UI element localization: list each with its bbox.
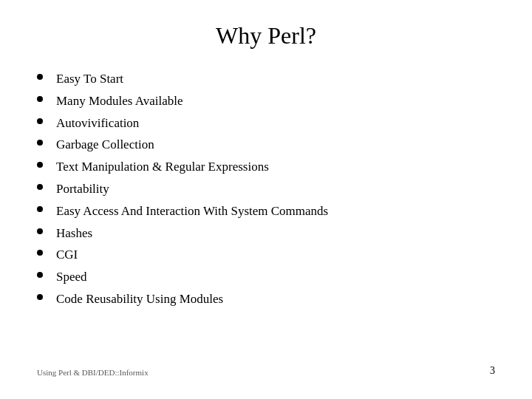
list-item: Garbage Collection: [37, 136, 495, 154]
page-number: 3: [490, 365, 495, 377]
list-item-text: Garbage Collection: [56, 136, 154, 154]
bullet-list: Easy To StartMany Modules AvailableAutov…: [37, 70, 495, 313]
list-item-text: Code Reusability Using Modules: [56, 290, 223, 308]
list-item: Text Manipulation & Regular Expressions: [37, 158, 495, 176]
list-item: Many Modules Available: [37, 92, 495, 110]
bullet-dot-icon: [37, 162, 43, 168]
list-item-text: Easy To Start: [56, 70, 123, 88]
bullet-dot-icon: [37, 74, 43, 80]
page-title: Why Perl?: [37, 22, 495, 50]
list-item-text: Hashes: [56, 225, 92, 242]
list-item-text: Autovivification: [56, 115, 139, 132]
list-item-text: CGI: [56, 246, 78, 264]
footer: Using Perl & DBI/DED::Informix 3: [37, 358, 495, 377]
list-item: Easy To Start: [37, 70, 495, 88]
bullet-dot-icon: [37, 96, 43, 102]
list-item-text: Many Modules Available: [56, 92, 183, 110]
list-item-text: Portability: [56, 180, 109, 198]
list-item: Portability: [37, 180, 495, 198]
list-item: CGI: [37, 246, 495, 264]
bullet-dot-icon: [37, 272, 43, 278]
list-item-text: Speed: [56, 268, 87, 286]
list-item: Autovivification: [37, 115, 495, 132]
bullet-dot-icon: [37, 206, 43, 212]
content-area: Easy To StartMany Modules AvailableAutov…: [37, 70, 495, 358]
bullet-dot-icon: [37, 228, 43, 234]
slide: Why Perl? Easy To StartMany Modules Avai…: [0, 0, 532, 399]
bullet-dot-icon: [37, 118, 43, 124]
list-item: Code Reusability Using Modules: [37, 290, 495, 308]
list-item: Hashes: [37, 225, 495, 242]
bullet-dot-icon: [37, 140, 43, 146]
list-item: Speed: [37, 268, 495, 286]
bullet-dot-icon: [37, 184, 43, 190]
list-item: Easy Access And Interaction With System …: [37, 202, 495, 220]
list-item-text: Text Manipulation & Regular Expressions: [56, 158, 269, 176]
bullet-dot-icon: [37, 294, 43, 300]
list-item-text: Easy Access And Interaction With System …: [56, 202, 328, 220]
bullet-dot-icon: [37, 250, 43, 256]
footer-text: Using Perl & DBI/DED::Informix: [37, 368, 149, 377]
